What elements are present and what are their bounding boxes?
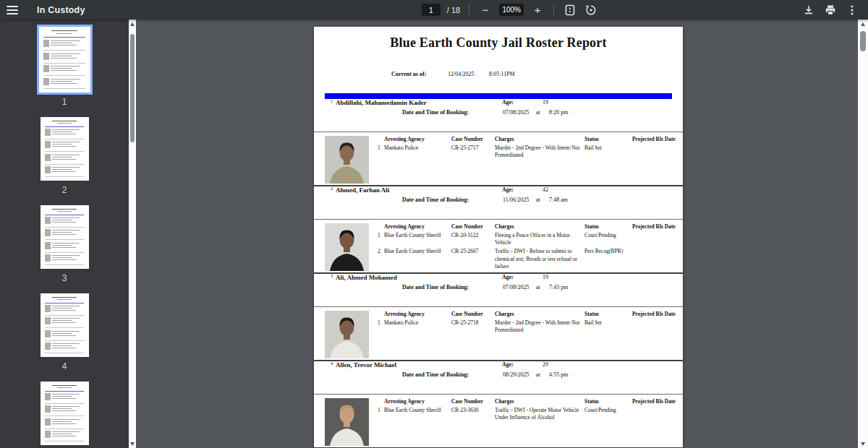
thumbnail-line	[52, 322, 76, 323]
thumbnail-line	[51, 58, 76, 59]
thumbnail-record-group	[45, 405, 84, 413]
zoom-in-icon[interactable]: +	[530, 3, 545, 17]
page-thumbnail[interactable]	[41, 117, 89, 181]
record-index: 4	[331, 361, 333, 366]
thumbnail-line	[51, 56, 72, 56]
page-number-input[interactable]	[422, 4, 441, 16]
thumbnail-line	[52, 320, 72, 321]
thumbnail-photo	[45, 317, 51, 324]
column-header: Arresting Agency	[378, 398, 450, 405]
page-total-label: / 18	[447, 6, 460, 14]
agency-name: Mankato Police	[384, 319, 418, 334]
thumbnail-line	[51, 53, 80, 54]
scroll-down-icon[interactable]	[129, 439, 136, 448]
page-thumbnail[interactable]	[39, 27, 90, 92]
thumbnail-line	[52, 394, 80, 395]
thumbnail-line	[52, 167, 80, 168]
record-booking-row: Date and Time of Booking:07/08/2025at7:4…	[314, 284, 683, 294]
thumbnail-line	[52, 134, 76, 134]
thumbnail-record-group	[43, 65, 85, 72]
thumbnail-block: 1	[39, 27, 90, 107]
charge-row-number: 2	[378, 248, 384, 270]
scroll-down-icon[interactable]	[858, 439, 868, 448]
page-thumbnail[interactable]	[41, 293, 89, 357]
thumbnail-line	[52, 243, 80, 244]
thumbnail-lines	[51, 65, 85, 71]
charges-table: Arresting AgencyCase NumberChargesStatus…	[378, 398, 677, 446]
zoom-out-icon[interactable]: −	[478, 3, 493, 17]
charge-projected-release	[632, 145, 677, 159]
thumbnail-accent-bar	[43, 37, 85, 38]
thumbnail-line	[52, 310, 76, 311]
thumbnail-photo	[43, 65, 49, 72]
charge-status: Court/Pending	[584, 407, 631, 421]
thumbnail-line	[51, 81, 72, 82]
booking-date: 08/29/2025	[503, 371, 529, 378]
thumbnail-record-group	[45, 317, 84, 324]
rotate-icon[interactable]	[584, 3, 598, 17]
age-value: 29	[542, 361, 548, 368]
page-thumbnail-label: 2	[62, 185, 67, 195]
record-details: Arresting AgencyCase NumberChargesStatus…	[314, 132, 683, 186]
age-value: 19	[542, 274, 548, 280]
record-name-row: 4Allen, Trevor MichaelAge:29	[314, 361, 683, 371]
booking-label: Date and Time of Booking:	[402, 371, 469, 378]
thumbnail-record-group	[43, 53, 85, 60]
charge-projected-release	[632, 407, 677, 421]
thumbnail-record-group	[45, 166, 84, 173]
thumbnail-photo	[45, 154, 51, 161]
thumbnail-line	[52, 408, 72, 409]
thumbnail-line	[52, 335, 76, 336]
record-details: Arresting AgencyCase NumberChargesStatus…	[314, 394, 683, 448]
zoom-level[interactable]: 100%	[499, 4, 524, 16]
charges-table: Arresting AgencyCase NumberChargesStatus…	[378, 311, 677, 358]
column-header: Projected Rls Date	[632, 223, 677, 231]
thumbnail-photo	[45, 166, 51, 173]
thumbnail-line	[52, 410, 76, 411]
page-thumbnail[interactable]	[41, 205, 89, 269]
thumbnail-line	[51, 83, 76, 84]
scroll-up-icon[interactable]	[858, 20, 868, 28]
thumbnail-line	[51, 40, 80, 41]
thumbnail-lines	[52, 431, 84, 436]
menu-icon[interactable]	[7, 3, 25, 17]
current-time: 8:05:11PM	[489, 71, 515, 77]
thumbnail-line	[52, 232, 72, 233]
sidebar-scrollbar[interactable]	[129, 20, 136, 448]
thumbnail-line	[52, 398, 76, 399]
agency-name: Blue Earth County Sheriff	[384, 248, 441, 270]
thumbnail-line	[52, 419, 80, 420]
inmate-name: Ahmed, Farhan Ali	[336, 186, 389, 194]
record-index: 2	[331, 186, 333, 191]
more-vertical-icon[interactable]	[845, 3, 859, 17]
charge-agency: 1Mankato Police	[378, 319, 450, 334]
column-header: Case Number	[451, 311, 493, 318]
thumbnail-block: 5	[41, 382, 89, 448]
thumbnail-line	[52, 423, 76, 424]
thumbnail-record-group	[45, 343, 84, 350]
main-scrollbar[interactable]	[858, 20, 868, 448]
print-icon[interactable]	[823, 3, 838, 17]
agency-name: Mankato Police	[384, 145, 418, 159]
charge-case-number: CR-25-2667	[451, 248, 493, 270]
charge-projected-release	[632, 232, 677, 246]
charge-status: Bail Set	[584, 145, 631, 159]
records-container: 1Abdillahi, Mahamedamin KaderAge:19Date …	[314, 99, 683, 448]
charge-agency: 1Blue Earth County Sheriff	[378, 407, 450, 421]
record-details: Arresting AgencyCase NumberChargesStatus…	[314, 219, 683, 274]
thumbnail-record-group	[45, 141, 84, 148]
record-booking-row: Date and Time of Booking:07/08/2025at8:2…	[314, 109, 683, 119]
thumbnail-photo	[45, 305, 51, 312]
charge-row-number: 1	[378, 407, 384, 421]
download-icon[interactable]	[801, 3, 816, 17]
scroll-up-icon[interactable]	[129, 20, 136, 28]
thumbnail-lines	[52, 229, 84, 235]
fit-page-icon[interactable]	[563, 3, 577, 17]
thumbnail-line	[52, 345, 72, 346]
thumbnail-accent-bar	[45, 215, 84, 215]
column-header: Charges	[495, 398, 583, 405]
page-thumbnail[interactable]	[41, 382, 89, 445]
sidebar-scrollbar-thumb[interactable]	[130, 34, 135, 142]
main-scrollbar-thumb[interactable]	[860, 31, 866, 51]
age-value: 42	[542, 186, 548, 193]
